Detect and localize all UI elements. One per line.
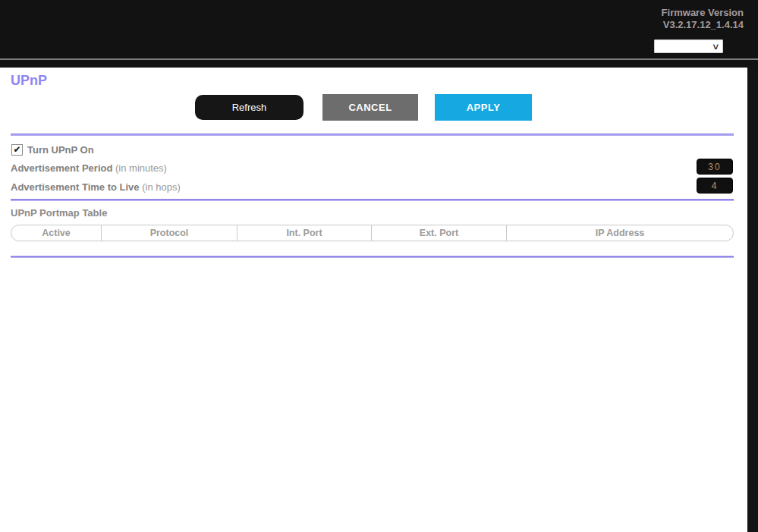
section-divider-bottom xyxy=(11,256,734,258)
upnp-settings-page: Firmware Version V3.2.17.12_1.4.14 ˅ UPn… xyxy=(0,0,758,532)
advertisement-ttl-input[interactable] xyxy=(697,178,733,194)
firmware-version-label: Firmware Version xyxy=(662,7,744,19)
advertisement-ttl-label: Advertisement Time to Live xyxy=(11,181,140,193)
portmap-col-int-port: Int. Port xyxy=(237,225,372,241)
turn-upnp-on-row: ✔ Turn UPnP On xyxy=(11,143,94,156)
advertisement-period-hint: (in minutes) xyxy=(112,162,167,174)
section-divider-middle xyxy=(11,199,734,201)
refresh-button[interactable]: Refresh xyxy=(195,95,304,120)
page-title: UPnP xyxy=(11,73,47,89)
firmware-version-value: V3.2.17.12_1.4.14 xyxy=(662,19,744,31)
apply-button[interactable]: APPLY xyxy=(435,94,532,121)
advertisement-period-input[interactable] xyxy=(697,159,733,175)
chevron-down-icon: ˅ xyxy=(712,41,719,52)
advertisement-ttl-hint: (in hops) xyxy=(140,181,181,193)
firmware-version-block: Firmware Version V3.2.17.12_1.4.14 xyxy=(662,7,744,31)
advertisement-ttl-row: Advertisement Time to Live (in hops) xyxy=(11,180,181,194)
turn-upnp-on-label: Turn UPnP On xyxy=(27,144,94,156)
page-scrollbar[interactable] xyxy=(747,0,758,532)
cancel-button[interactable]: CANCEL xyxy=(322,94,418,121)
section-divider-top xyxy=(11,134,734,136)
advertisement-period-label: Advertisement Period xyxy=(11,162,112,174)
checkmark-icon: ✔ xyxy=(13,145,20,154)
language-dropdown[interactable]: ˅ xyxy=(654,39,723,53)
turn-upnp-on-checkbox[interactable]: ✔ xyxy=(11,144,23,156)
portmap-col-protocol: Protocol xyxy=(102,225,237,241)
portmap-table-header: Active Protocol Int. Port Ext. Port IP A… xyxy=(11,225,734,241)
portmap-table-title: UPnP Portmap Table xyxy=(11,207,107,219)
portmap-col-ip-address: IP Address xyxy=(507,225,733,241)
header-divider-line xyxy=(0,58,758,60)
portmap-col-ext-port: Ext. Port xyxy=(372,225,507,241)
advertisement-period-row: Advertisement Period (in minutes) xyxy=(11,161,167,175)
top-header-bar: Firmware Version V3.2.17.12_1.4.14 ˅ xyxy=(0,0,758,68)
portmap-col-active: Active xyxy=(11,225,102,241)
